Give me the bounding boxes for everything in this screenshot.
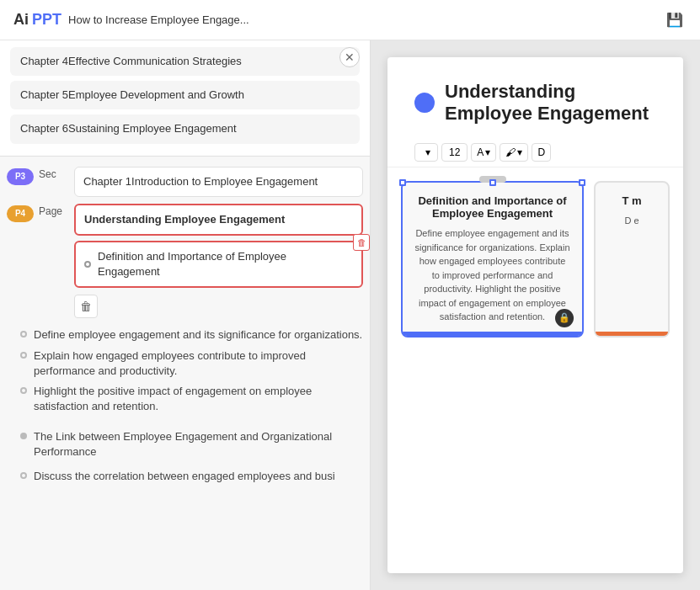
save-button[interactable]: 💾 bbox=[663, 8, 687, 32]
slide-preview: Understanding Employee Engagement ▾ 12 A… bbox=[387, 57, 683, 573]
page-badge: P4 bbox=[7, 205, 34, 222]
page-label: Page bbox=[39, 205, 69, 217]
card-second-title: T m bbox=[607, 194, 656, 207]
slide-cards-area: Definition and Importance of Employee En… bbox=[387, 167, 683, 351]
link-bullet-dot bbox=[20, 472, 27, 479]
text-color-a-icon: A bbox=[477, 146, 484, 158]
page-row: P4 Page Understanding Employee Engagemen… bbox=[0, 200, 370, 292]
page-title-text: Understanding Employee Engagement bbox=[84, 213, 285, 226]
more-button[interactable]: D bbox=[532, 143, 551, 162]
section-row: P3 Sec Chapter 1Introduction to Employee… bbox=[0, 163, 370, 200]
nested-item-wrapper: Definition and Importance of Employee En… bbox=[74, 241, 363, 288]
chapter-item-4[interactable]: Chapter 4Effective Communication Strateg… bbox=[10, 47, 360, 76]
slide-toolbar: ▾ 12 A ▾ 🖌 ▾ D bbox=[387, 138, 683, 167]
outline-section: P3 Sec Chapter 1Introduction to Employee… bbox=[0, 157, 370, 590]
bullet-text-2: Explain how engaged employees contribute… bbox=[34, 348, 363, 379]
save-icon: 💾 bbox=[666, 12, 683, 28]
font-size-input[interactable]: 12 bbox=[441, 143, 468, 162]
lock-icon: 🔒 bbox=[555, 309, 574, 327]
trash-button[interactable]: 🗑 bbox=[74, 295, 98, 318]
highlight-icon: 🖌 bbox=[505, 146, 516, 158]
main-layout: ✕ Chapter 4Effective Communication Strat… bbox=[0, 40, 700, 590]
logo-ai-text: Ai bbox=[13, 11, 29, 29]
section-content: Chapter 1Introduction to Employee Engage… bbox=[74, 167, 363, 197]
link-section: The Link between Employee Engagement and… bbox=[0, 420, 370, 462]
slide-card-definition[interactable]: Definition and Importance of Employee En… bbox=[401, 181, 584, 338]
link-item: The Link between Employee Engagement and… bbox=[20, 427, 363, 462]
nested-delete-button[interactable]: 🗑 bbox=[353, 234, 370, 251]
card-second-bar bbox=[596, 332, 668, 336]
logo: AiPPT bbox=[13, 11, 61, 29]
slide-circle-icon bbox=[414, 93, 435, 113]
trash-icon: 🗑 bbox=[80, 300, 92, 313]
section-badge: P3 bbox=[7, 168, 34, 185]
close-button[interactable]: ✕ bbox=[339, 47, 360, 67]
card-second-body: D e bbox=[607, 214, 656, 228]
font-size-value: 12 bbox=[449, 146, 460, 158]
nested-definition-item[interactable]: Definition and Importance of Employee En… bbox=[74, 241, 363, 288]
highlight-button[interactable]: 🖌 ▾ bbox=[500, 143, 528, 162]
resize-handle-tl[interactable] bbox=[399, 179, 406, 186]
page-title-box[interactable]: Understanding Employee Engagement bbox=[74, 204, 363, 236]
font-family-select[interactable]: ▾ bbox=[414, 143, 438, 162]
text-color-button[interactable]: A ▾ bbox=[471, 143, 496, 162]
more-icon: D bbox=[537, 146, 545, 158]
section-chapter-box[interactable]: Chapter 1Introduction to Employee Engage… bbox=[74, 167, 363, 197]
document-title: How to Increase Employee Engage... bbox=[68, 13, 656, 26]
card-definition-body: Define employee engagement and its signi… bbox=[414, 226, 570, 324]
chapter-6-label: Chapter 6Sustaining Employee Engagement bbox=[20, 122, 237, 135]
link-bullet-item: Discuss the correlation between engaged … bbox=[20, 466, 363, 486]
nested-dot-icon bbox=[84, 261, 91, 268]
chapter-5-label: Chapter 5Employee Development and Growth bbox=[20, 88, 244, 101]
bullet-text-3: Highlight the positive impact of engagem… bbox=[34, 384, 363, 414]
link-dot bbox=[20, 433, 27, 439]
chapter-list: Chapter 4Effective Communication Strateg… bbox=[0, 40, 370, 157]
resize-handle-tm[interactable] bbox=[489, 179, 496, 186]
right-panel: Understanding Employee Engagement ▾ 12 A… bbox=[371, 40, 700, 590]
section-label: Sec bbox=[39, 168, 69, 180]
slide-title: Understanding Employee Engagement bbox=[445, 81, 656, 125]
link-bullet-section: Discuss the correlation between engaged … bbox=[0, 463, 370, 490]
card-definition-bar bbox=[403, 332, 582, 336]
slide-card-second[interactable]: T m D e bbox=[594, 181, 670, 338]
slide-header: Understanding Employee Engagement bbox=[387, 57, 683, 138]
bullet-item-1: Define employee engagement and its signi… bbox=[20, 325, 363, 345]
section-chapter-text: Chapter 1Introduction to Employee Engage… bbox=[83, 175, 318, 188]
font-family-chevron: ▾ bbox=[425, 146, 430, 158]
card-definition-title: Definition and Importance of Employee En… bbox=[414, 194, 570, 220]
chapter-4-label: Chapter 4Effective Communication Strateg… bbox=[20, 55, 242, 67]
logo-ppt-text: PPT bbox=[32, 11, 61, 29]
bullet-text-1: Define employee engagement and its signi… bbox=[34, 327, 362, 343]
left-panel: ✕ Chapter 4Effective Communication Strat… bbox=[0, 40, 371, 590]
link-item-text: The Link between Employee Engagement and… bbox=[34, 429, 363, 460]
text-color-chevron: ▾ bbox=[485, 146, 490, 158]
bullet-list: Define employee engagement and its signi… bbox=[0, 322, 370, 420]
highlight-chevron: ▾ bbox=[517, 146, 522, 158]
bullet-dot-1 bbox=[20, 331, 27, 338]
nested-item-text: Definition and Importance of Employee En… bbox=[98, 249, 338, 279]
bullet-dot-2 bbox=[20, 352, 27, 359]
resize-handle-tr[interactable] bbox=[579, 179, 585, 186]
chapter-item-6[interactable]: Chapter 6Sustaining Employee Engagement bbox=[10, 114, 360, 143]
topbar: AiPPT How to Increase Employee Engage...… bbox=[0, 0, 700, 40]
bullet-item-2: Explain how engaged employees contribute… bbox=[20, 346, 363, 381]
link-bullet-text: Discuss the correlation between engaged … bbox=[34, 469, 335, 484]
page-content-area: Understanding Employee Engagement Defini… bbox=[74, 204, 363, 289]
bullet-item-3: Highlight the positive impact of engagem… bbox=[20, 381, 363, 417]
trash-row: 🗑 bbox=[0, 291, 370, 322]
chapter-item-5[interactable]: Chapter 5Employee Development and Growth bbox=[10, 81, 360, 109]
bullet-dot-3 bbox=[20, 387, 27, 394]
